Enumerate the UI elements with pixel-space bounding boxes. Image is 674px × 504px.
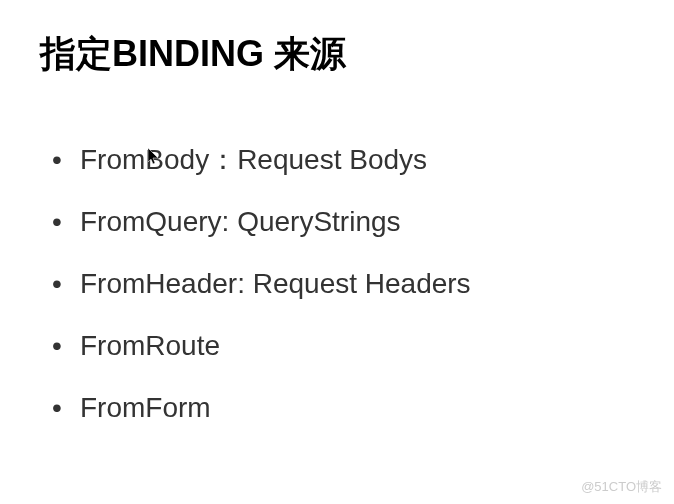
watermark: @51CTO博客 <box>581 478 662 496</box>
list-item: FromBody：Request Bodys <box>80 139 634 181</box>
list-item: FromForm <box>80 387 634 429</box>
list-item: FromQuery: QueryStrings <box>80 201 634 243</box>
slide-title: 指定BINDING 来源 <box>40 30 634 79</box>
binding-list: FromBody：Request Bodys FromQuery: QueryS… <box>40 139 634 429</box>
list-item: FromHeader: Request Headers <box>80 263 634 305</box>
list-item: FromRoute <box>80 325 634 367</box>
